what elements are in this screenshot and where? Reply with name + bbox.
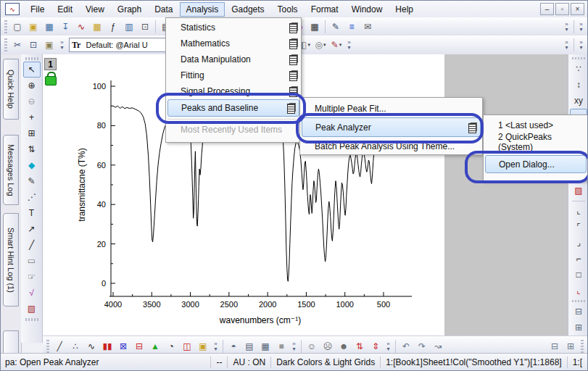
panel-tab-project[interactable]: Project <box>3 330 19 354</box>
rotate-icon[interactable]: ↝ <box>430 338 446 354</box>
menu-data[interactable]: Data <box>148 2 179 17</box>
axes-bottom-right-icon[interactable]: ⌟ <box>570 235 587 251</box>
panel-tab-messages-log[interactable]: Messages Log <box>3 135 19 205</box>
menu-item-open-dialog[interactable]: Open Dialog... <box>485 155 587 173</box>
remove-points-icon[interactable]: ⇕ <box>368 338 384 354</box>
menu-item-fitting[interactable]: Fitting <box>166 67 301 83</box>
menu-tools[interactable]: Tools <box>271 2 305 17</box>
palette-icon[interactable]: ◎▾ <box>312 37 328 53</box>
new-excel-icon[interactable]: ▦ <box>89 19 105 35</box>
mail-icon[interactable]: ✉ <box>360 19 376 35</box>
toolbar-grip[interactable] <box>25 57 38 60</box>
reorder-back-icon[interactable]: ↶ <box>398 338 414 354</box>
3d-surface-icon[interactable]: ■ <box>273 338 289 354</box>
reorder-front-icon[interactable]: ↷ <box>414 338 430 354</box>
toolbar-overflow-chevron[interactable]: »▾ <box>344 38 354 52</box>
3d-wall-icon[interactable]: ▦ <box>257 338 273 354</box>
toolbar-overflow-chevron[interactable]: »▾ <box>211 339 220 354</box>
axes-top-left-icon[interactable]: ⌜ <box>570 219 587 235</box>
minimize-button[interactable]: – <box>540 3 554 15</box>
move-points-icon[interactable]: ⇅ <box>352 338 368 354</box>
scatter-plot-icon[interactable]: ∴ <box>67 338 83 354</box>
font-selector[interactable]: TrDefault: @Arial U▼ <box>69 38 179 52</box>
menu-graph[interactable]: Graph <box>111 2 148 17</box>
toolbar-overflow-chevron[interactable]: »▾ <box>289 339 299 354</box>
arrange-vertical-icon[interactable]: ⊟ <box>570 304 587 320</box>
toolbar-overflow-chevron[interactable]: »▾ <box>57 38 67 52</box>
text-tool[interactable]: T <box>23 205 41 221</box>
close-button[interactable]: × <box>571 3 584 15</box>
tile-windows-icon[interactable]: ⊞ <box>563 338 579 354</box>
menu-item-mathematics[interactable]: Mathematics <box>166 36 301 51</box>
menu-view[interactable]: View <box>79 2 111 17</box>
template-library-icon[interactable]: ▣ <box>195 338 211 354</box>
toolbar-grip[interactable] <box>25 318 38 321</box>
pan-tool[interactable]: ☞ <box>23 269 41 285</box>
cascade-windows-icon[interactable]: ⊟ <box>547 338 563 354</box>
mask-add-icon[interactable]: ☺ <box>304 338 320 354</box>
menu-item-2-quickpeaks-system[interactable]: 2 QuickPeaks (System) <box>484 133 588 150</box>
import-wizard-icon[interactable]: ↧ <box>57 19 73 35</box>
panel-tab-smart-hint-log-1[interactable]: Smart Hint Log (1) <box>3 213 19 307</box>
multi-panel-plot-icon[interactable]: ⊠ <box>115 338 131 354</box>
draw-data-tool[interactable]: ✎ <box>23 173 41 189</box>
data-reader-tool[interactable]: + <box>23 109 41 125</box>
menu-window[interactable]: Window <box>345 2 389 17</box>
data-selector-tool[interactable]: ⇅ <box>23 141 41 157</box>
column-plot-icon[interactable]: ▮▮ <box>99 338 115 354</box>
menu-help[interactable]: Help <box>389 2 420 17</box>
line-symbol-plot-icon[interactable]: ∿ <box>83 338 99 354</box>
arrange-horizontal-icon[interactable]: ⊞ <box>570 320 587 335</box>
paste-icon[interactable]: ▣ <box>41 37 57 53</box>
arrow-tool[interactable]: ↗ <box>23 221 41 237</box>
axes-bottom-left-icon[interactable]: ⌞ <box>570 203 587 219</box>
toolbar-overflow-chevron[interactable]: »▾ <box>562 20 571 34</box>
menu-item-peak-analyzer[interactable]: Peak Analyzer <box>302 117 481 137</box>
open-icon[interactable]: ▣ <box>25 19 41 35</box>
layout-bars-icon[interactable]: ≡ <box>344 19 360 35</box>
restore-button[interactable]: ▫ <box>555 3 569 15</box>
screen-reader-tool[interactable]: ⊞ <box>23 125 41 141</box>
toolbar-overflow-chevron[interactable]: »▾ <box>562 38 571 52</box>
graph-window-icon[interactable]: ∿ <box>5 3 20 15</box>
new-function-plot-icon[interactable]: ƒ <box>105 19 121 35</box>
menu-analysis[interactable]: Analysis <box>180 2 225 17</box>
menu-gadgets[interactable]: Gadgets <box>225 2 270 17</box>
menu-format[interactable]: Format <box>305 2 345 17</box>
theme-editor-icon[interactable]: ✎ <box>328 19 344 35</box>
new-project-icon[interactable]: ▢ <box>9 19 25 35</box>
stock-plot-icon[interactable]: ◫ <box>179 338 195 354</box>
menu-item-signal-processing[interactable]: Signal Processing <box>166 83 301 99</box>
toolbar-grip[interactable] <box>572 300 585 302</box>
menu-item-statistics[interactable]: Statistics <box>166 20 301 36</box>
axes-box-icon[interactable]: □ <box>570 267 587 283</box>
new-graph-icon[interactable]: ∿ <box>73 19 89 35</box>
mask-toggle-icon[interactable]: ☻ <box>336 338 352 354</box>
menu-edit[interactable]: Edit <box>51 2 79 17</box>
area-plot-icon[interactable]: ▲ <box>147 338 163 354</box>
toolbar-overflow-chevron[interactable]: »▾ <box>576 20 586 34</box>
polar-plot-icon[interactable]: ◔ <box>163 338 179 354</box>
video-icon[interactable]: ▦ <box>307 19 323 35</box>
new-workbook-icon[interactable]: ▦ <box>41 19 57 35</box>
menu-item-multiple-peak-fit[interactable]: Multiple Peak Fit... <box>300 99 482 117</box>
menu-item-data-manipulation[interactable]: Data Manipulation <box>166 51 301 67</box>
dots-tool[interactable]: ⋰ <box>23 189 41 205</box>
3d-pie-icon[interactable]: ◓ <box>225 338 241 354</box>
new-layout-icon[interactable]: ▥ <box>121 19 137 35</box>
exchange-xy-icon[interactable]: xy <box>570 93 587 109</box>
menu-item-batch-peak-analysis-using-theme[interactable]: Batch Peak Analysis Using Theme... <box>300 137 482 155</box>
toolbar-grip[interactable] <box>46 340 49 353</box>
mask-brush-tool[interactable]: ◆ <box>23 157 41 173</box>
pointer-tool[interactable]: ↖ <box>23 62 41 78</box>
menu-file[interactable]: File <box>24 2 51 17</box>
mask-remove-icon[interactable]: ☹ <box>320 338 336 354</box>
box-plot-icon[interactable]: ⊟ <box>131 338 147 354</box>
layer-badge[interactable]: 1 <box>44 58 57 70</box>
rectangle-tool[interactable]: ▭ <box>23 253 41 269</box>
insert-graph-tool[interactable]: ▧ <box>23 301 41 317</box>
equation-tool[interactable]: √ <box>23 285 41 301</box>
3d-bars-icon[interactable]: ▤ <box>241 338 257 354</box>
menu-item-peaks-and-baseline[interactable]: Peaks and Baseline <box>167 99 299 117</box>
toolbar-grip[interactable] <box>4 20 7 33</box>
